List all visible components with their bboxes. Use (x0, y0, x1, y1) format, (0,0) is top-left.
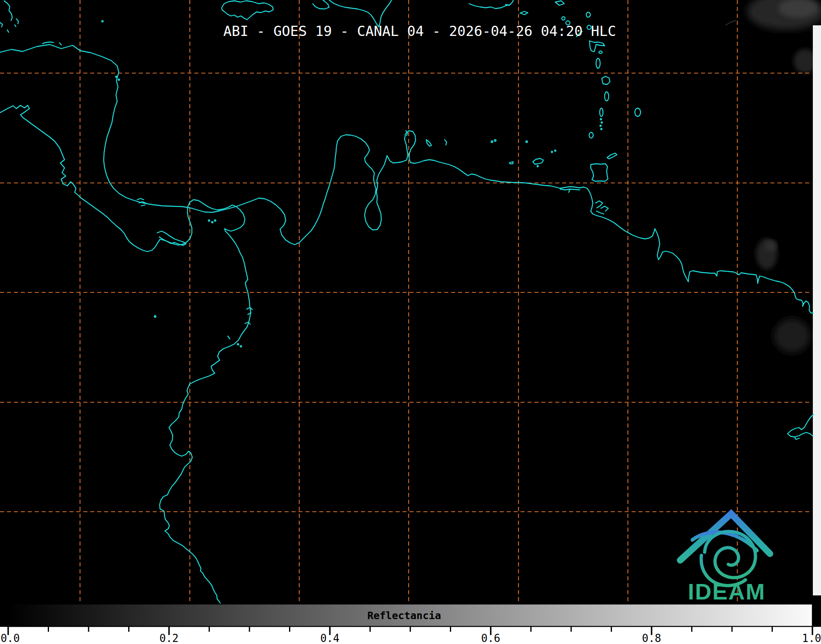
colorbar-tick-label: 0.2 (160, 632, 179, 644)
colorbar-tick-label: 0.0 (1, 632, 20, 644)
colorbar-tick-label: 0.6 (481, 632, 501, 644)
logo-text: IDEAM (688, 579, 765, 604)
colorbar-tick-label: 1.0 (802, 632, 821, 644)
earth-limb-strip (813, 25, 821, 595)
colorbar-tick-label: 0.4 (320, 632, 340, 644)
satellite-image-viewer: ABI - GOES 19 - CANAL 04 - 2026-04-26 04… (0, 0, 821, 644)
map-background (0, 0, 821, 627)
colorbar-label: Reflectancia (367, 610, 441, 622)
image-title: ABI - GOES 19 - CANAL 04 - 2026-04-26 04… (223, 23, 616, 39)
goes-satellite-map: ABI - GOES 19 - CANAL 04 - 2026-04-26 04… (0, 0, 821, 644)
colorbar-tick-label: 0.8 (642, 632, 661, 644)
